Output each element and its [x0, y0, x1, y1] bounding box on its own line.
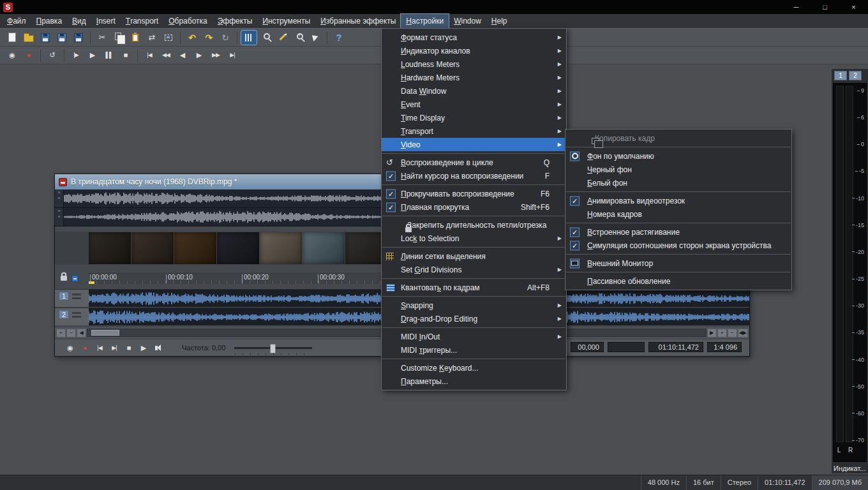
menu-item-snapping[interactable]: Snapping▶ [382, 299, 566, 312]
scroll-left-button[interactable]: ◀ [77, 329, 86, 338]
meter-channel-button-2[interactable]: 2 [849, 71, 862, 80]
rate-slider-thumb[interactable] [270, 344, 276, 353]
mix-button[interactable]: ⇄ [144, 31, 160, 45]
go-to-start-button[interactable]: |◀ [142, 48, 157, 63]
menu-item-customize-keyboard[interactable]: Customize Keyboard... [382, 361, 566, 375]
track-header-2[interactable]: 2 [55, 308, 89, 325]
menubar-item-file[interactable]: Файл [2, 14, 31, 28]
video-frame[interactable] [217, 232, 259, 264]
menu-item-hardware-meters[interactable]: Hardware Meters▶ [382, 71, 566, 84]
record-button[interactable]: ● [21, 48, 36, 63]
menu-item-white-background[interactable]: Белый фон [565, 176, 791, 189]
menubar-item-help[interactable]: Help [486, 14, 513, 28]
play-button[interactable]: ▶ [137, 342, 150, 353]
menu-item-animate-video-event[interactable]: Анимировать видеоотрезок [565, 194, 791, 207]
menu-item-find-cursor-on-play[interactable]: Найти курсор на воспроизведенииF [382, 169, 566, 182]
menu-item-status-format[interactable]: Формат статуса▶ [382, 31, 566, 44]
menu-item-preferences[interactable]: Параметры... [382, 375, 566, 388]
go-to-end-button[interactable]: ▶| [225, 48, 240, 63]
zoom-in-time-button[interactable]: + [717, 329, 727, 338]
menubar-item-favorite-effects[interactable]: Избранные эффекты [315, 14, 401, 28]
pencil-tool-button[interactable] [274, 31, 290, 45]
forward-button[interactable]: ▶ [191, 48, 207, 63]
audio-monitor-button[interactable] [152, 342, 165, 353]
new-file-button[interactable] [4, 31, 20, 45]
track-header-1[interactable]: 1 [55, 290, 89, 307]
menubar-item-tools[interactable]: Инструменты [257, 14, 315, 28]
loop-playback-button[interactable]: ↺ [45, 48, 60, 63]
menu-item-lock-to-selection[interactable]: Lock to Selection▶ [382, 232, 566, 245]
paste-button[interactable] [128, 31, 143, 45]
snap-icon[interactable] [71, 275, 79, 282]
play-button[interactable]: ▶ [85, 48, 100, 63]
menubar-item-view[interactable]: Вид [67, 14, 91, 28]
magnify-tool-button[interactable] [291, 31, 306, 45]
forward-fast-button[interactable]: ▶▶ [208, 48, 223, 63]
zoom-out-time-button[interactable]: − [728, 329, 737, 338]
stop-button[interactable]: ■ [123, 342, 135, 353]
zoom-selection-tool-button[interactable] [258, 31, 273, 45]
go-to-end-button[interactable]: ▶| [108, 342, 121, 353]
menu-item-smooth-scroll[interactable]: Плавная прокруткаShift+F6 [382, 200, 566, 214]
menubar-item-edit[interactable]: Правка [31, 14, 68, 28]
maximize-button[interactable]: □ [811, 0, 839, 14]
menu-item-time-display[interactable]: Time Display▶ [382, 111, 566, 124]
undo-button[interactable]: ↶ [184, 31, 200, 45]
menu-item-event[interactable]: Event▶ [382, 98, 566, 111]
open-button[interactable] [21, 31, 36, 45]
menu-item-frame-numbers[interactable]: Номера кадров [565, 207, 791, 221]
track-fader[interactable] [72, 312, 81, 314]
record-button[interactable]: ● [79, 342, 91, 353]
zoom-out-button[interactable]: − [66, 329, 76, 338]
minimize-button[interactable]: ─ [782, 0, 811, 14]
menubar-item-insert[interactable]: Insert [91, 14, 121, 28]
menu-item-drag-drop-editing[interactable]: Drag-and-Drop Editing▶ [382, 312, 566, 325]
save-as-button[interactable] [54, 31, 70, 45]
rewind-fast-button[interactable]: ◀◀ [158, 48, 174, 63]
menu-item-midi-in-out[interactable]: MIDI In/Out▶ [382, 330, 566, 343]
menu-item-channel-meters[interactable]: Индикатор каналов▶ [382, 44, 566, 57]
scroll-right-button[interactable]: ▶ [707, 329, 717, 338]
menubar-item-effects[interactable]: Эффекты [213, 14, 258, 28]
redo-button[interactable]: ↷ [201, 31, 216, 45]
menubar-item-window[interactable]: Window [449, 14, 486, 28]
menu-item-black-background[interactable]: Черный фон [565, 163, 791, 176]
go-to-start-button[interactable]: |◀ [93, 342, 106, 353]
meter-panel-caption[interactable]: Индикат... [832, 463, 868, 473]
menu-item-scroll-playback[interactable]: Прокручивать воспроизведениеF6 [382, 187, 566, 200]
menu-item-external-monitor[interactable]: Внешний Монитор [565, 256, 791, 270]
copy-button[interactable] [111, 31, 126, 45]
video-frame[interactable] [260, 232, 302, 264]
envelope-tool-button[interactable] [308, 31, 323, 45]
menu-item-built-in-stretching[interactable]: Встроенное растягивание [565, 225, 791, 239]
cut-button[interactable]: ✂ [94, 31, 110, 45]
close-button[interactable]: × [839, 0, 868, 14]
repeat-button[interactable]: ↻ [218, 31, 233, 45]
video-frame[interactable] [303, 232, 345, 264]
pane-splitter-button[interactable]: ◀▶ [738, 329, 748, 338]
video-frame[interactable] [131, 232, 174, 264]
menubar-item-process[interactable]: Обработка [163, 14, 213, 28]
stop-button[interactable]: ■ [118, 48, 133, 63]
menu-item-loudness-meters[interactable]: Loudness Meters▶ [382, 57, 566, 71]
meter-channel-button-1[interactable]: 1 [834, 71, 847, 80]
menu-item-transport[interactable]: Transport▶ [382, 124, 566, 138]
rewind-button[interactable]: ◀ [175, 48, 190, 63]
loop-record-button[interactable]: ◉ [64, 342, 77, 353]
video-frame[interactable] [89, 232, 131, 264]
save-button[interactable] [38, 31, 53, 45]
edit-tool-button[interactable] [241, 31, 257, 45]
menu-item-lock-loop-length[interactable]: Закрепить длительность петли/отрезка [382, 218, 566, 232]
zoom-in-button[interactable]: + [56, 329, 66, 338]
rate-slider[interactable] [234, 347, 312, 349]
render-as-button[interactable] [71, 31, 86, 45]
trim-button[interactable] [161, 31, 176, 45]
menu-item-quantize-to-frames[interactable]: Квантовать по кадрамAlt+F8 [382, 281, 566, 294]
pause-button[interactable]: ▌▌ [101, 48, 117, 63]
menu-item-data-window[interactable]: Data Window▶ [382, 84, 566, 98]
menu-item-selection-grid-lines[interactable]: Линии сетки выделения [382, 249, 566, 263]
menubar-item-transport[interactable]: Transport [121, 14, 163, 28]
record-remote-button[interactable]: ◉ [4, 48, 20, 63]
scrollbar-thumb[interactable] [91, 330, 119, 336]
play-all-button[interactable]: |▶ [68, 48, 84, 63]
